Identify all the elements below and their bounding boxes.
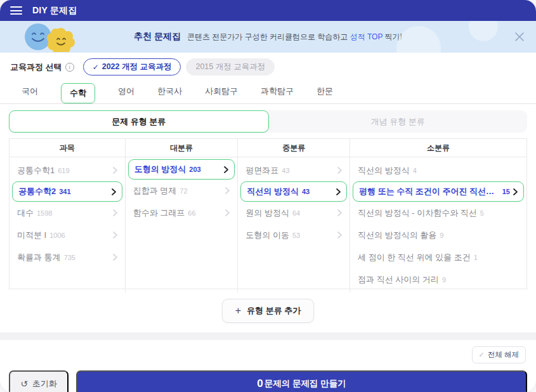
banner-deco-circle	[469, 21, 498, 41]
row-count: 4	[413, 167, 417, 174]
row-count: 203	[189, 166, 200, 173]
table-row[interactable]: 대수1598	[10, 202, 125, 224]
table-row[interactable]: 함수와 그래프66	[126, 202, 238, 224]
chevron-right-icon	[337, 232, 342, 238]
row-label: 미적분 I	[17, 230, 46, 241]
row-label: 세 점이 한 직선 위에 있을 조건	[358, 252, 471, 263]
reload-icon: ↺	[20, 379, 28, 389]
subject-tab-0[interactable]: 국어	[22, 86, 38, 97]
diy-workbook-app: DIY 문제집 추천 문제집 콘텐츠 전문가가 구성한 커리큘럼으로 학습하고 …	[0, 0, 536, 392]
table-row[interactable]: 점과 직선 사이의 거리9	[350, 268, 526, 291]
chevron-right-icon	[112, 188, 116, 195]
row-count: 341	[59, 188, 70, 195]
row-label: 집합과 명제	[133, 185, 177, 197]
row-count: 66	[188, 209, 195, 217]
row-label: 공통수학2	[18, 186, 56, 197]
table-column-1: 대분류도형의 방정식203집합과 명제72함수와 그래프66	[126, 139, 239, 292]
plus-icon: +	[235, 306, 241, 316]
table-row[interactable]: 세 점이 한 직선 위에 있을 조건1	[350, 246, 526, 268]
subject-tab-4[interactable]: 사회탐구	[205, 86, 238, 97]
table-row[interactable]: 평면좌표43	[238, 159, 350, 181]
subject-tab-6[interactable]: 한문	[317, 86, 333, 97]
table-row[interactable]: 미적분 I1006	[10, 224, 125, 246]
create-workbook-button[interactable]: 0 문제의 문제집 만들기	[76, 370, 527, 392]
check-icon: ✓	[479, 351, 485, 359]
banner-description: 콘텐츠 전문가가 구성한 커리큘럼으로 학습하고 성적 TOP 찍기!	[187, 32, 402, 42]
chevron-right-icon	[224, 166, 228, 173]
subject-tab-2[interactable]: 영어	[118, 86, 134, 97]
table-row[interactable]: 직선의 방정식43	[240, 181, 347, 202]
row-label: 도형의 이동	[245, 230, 289, 241]
column-header: 소분류	[350, 139, 526, 157]
app-title: DIY 문제집	[32, 5, 77, 16]
add-type-row: + 유형 분류 추가	[0, 299, 536, 323]
deselect-all-button[interactable]: ✓ 전체 해제	[472, 346, 526, 363]
check-icon: ✓	[93, 63, 99, 72]
pill-label: 2015 개정 교육과정	[195, 62, 265, 72]
table-row[interactable]: 평행 또는 수직 조건이 주어진 직선의 방정식15	[353, 181, 524, 202]
curriculum-pill[interactable]: 2015 개정 교육과정	[186, 58, 275, 75]
row-label: 직선의 방정식 - 이차함수와 직선	[358, 207, 477, 219]
row-count: 72	[180, 187, 187, 195]
table-column-0: 과목공통수학1619공통수학2341대수1598미적분 I1006확률과 통계7…	[10, 139, 126, 292]
classification-table: 과목공통수학1619공통수학2341대수1598미적분 I1006확률과 통계7…	[9, 138, 527, 289]
row-label: 함수와 그래프	[133, 207, 185, 219]
subject-tabs: 국어수학영어한국사사회탐구과학탐구한문	[0, 79, 536, 104]
row-label: 직선의 방정식	[247, 186, 299, 197]
row-count: 1	[474, 254, 478, 261]
row-count: 43	[302, 188, 310, 195]
subject-tab-1[interactable]: 수학	[61, 83, 95, 103]
column-body: 평면좌표43직선의 방정식43원의 방정식64도형의 이동53	[238, 157, 350, 292]
row-count: 9	[442, 276, 446, 284]
subject-tab-5[interactable]: 과학탐구	[261, 86, 294, 97]
table-row[interactable]: 직선의 방정식의 활용9	[350, 224, 526, 246]
row-label: 직선의 방정식의 활용	[358, 230, 436, 241]
table-row[interactable]: 도형의 방정식203	[128, 159, 235, 180]
column-body: 공통수학1619공통수학2341대수1598미적분 I1006확률과 통계735	[10, 157, 125, 292]
chevron-right-icon	[113, 167, 117, 174]
table-row[interactable]: 공통수학1619	[10, 159, 125, 181]
deselect-row: ✓ 전체 해제	[0, 340, 536, 369]
banner-title: 추천 문제집	[134, 31, 181, 42]
table-row[interactable]: 원의 방정식64	[238, 202, 350, 224]
row-label: 공통수학1	[17, 165, 55, 176]
top-bar: DIY 문제집	[0, 0, 536, 21]
table-row[interactable]: 직선의 방정식 - 이차함수와 직선5	[350, 202, 526, 224]
table-column-2: 중분류평면좌표43직선의 방정식43원의 방정식64도형의 이동53	[238, 139, 350, 292]
banner-highlight: 성적 TOP	[350, 32, 383, 41]
column-header: 대분류	[126, 139, 238, 157]
row-label: 평행 또는 수직 조건이 주어진 직선의 방정식	[359, 186, 499, 197]
table-row[interactable]: 확률과 통계735	[10, 246, 125, 268]
table-row[interactable]: 직선의 방정식4	[350, 159, 526, 181]
row-count: 53	[292, 232, 300, 239]
info-icon[interactable]: i	[65, 63, 74, 72]
problem-count: 0	[257, 377, 263, 390]
chevron-right-icon	[113, 209, 117, 216]
curriculum-pills: ✓2022 개정 교육과정2015 개정 교육과정	[83, 58, 275, 75]
add-type-button[interactable]: + 유형 분류 추가	[222, 299, 315, 323]
banner-text: 추천 문제집 콘텐츠 전문가가 구성한 커리큘럼으로 학습하고 성적 TOP 찍…	[134, 31, 402, 42]
reset-button[interactable]: ↺ 초기화	[9, 370, 69, 392]
hamburger-menu-icon[interactable]	[10, 6, 22, 15]
bottom-action-bar: ↺ 초기화 0 문제의 문제집 만들기	[0, 370, 536, 392]
table-row[interactable]: 도형의 이동53	[238, 224, 350, 246]
curriculum-pill[interactable]: ✓2022 개정 교육과정	[83, 58, 181, 75]
close-icon[interactable]	[513, 30, 526, 43]
type-tab-1[interactable]: 개념 유형 분류	[269, 110, 528, 133]
chevron-right-icon	[336, 188, 341, 195]
row-count: 735	[64, 254, 75, 261]
chevron-right-icon	[113, 254, 117, 261]
column-body: 직선의 방정식4평행 또는 수직 조건이 주어진 직선의 방정식15직선의 방정…	[350, 157, 526, 292]
type-tab-0[interactable]: 문제 유형 분류	[9, 110, 269, 133]
subject-tab-3[interactable]: 한국사	[157, 86, 182, 97]
column-header: 중분류	[238, 139, 350, 157]
table-row[interactable]: 공통수학2341	[12, 181, 122, 202]
chevron-right-icon	[513, 188, 518, 195]
table-row[interactable]: 집합과 명제72	[126, 180, 238, 202]
row-label: 확률과 통계	[17, 252, 61, 263]
column-body: 도형의 방정식203집합과 명제72함수와 그래프66	[126, 157, 238, 292]
classification-type-tabs: 문제 유형 분류개념 유형 분류	[9, 110, 527, 133]
row-label: 대수	[17, 207, 34, 219]
row-label: 도형의 방정식	[134, 164, 186, 175]
row-count: 64	[292, 209, 300, 217]
